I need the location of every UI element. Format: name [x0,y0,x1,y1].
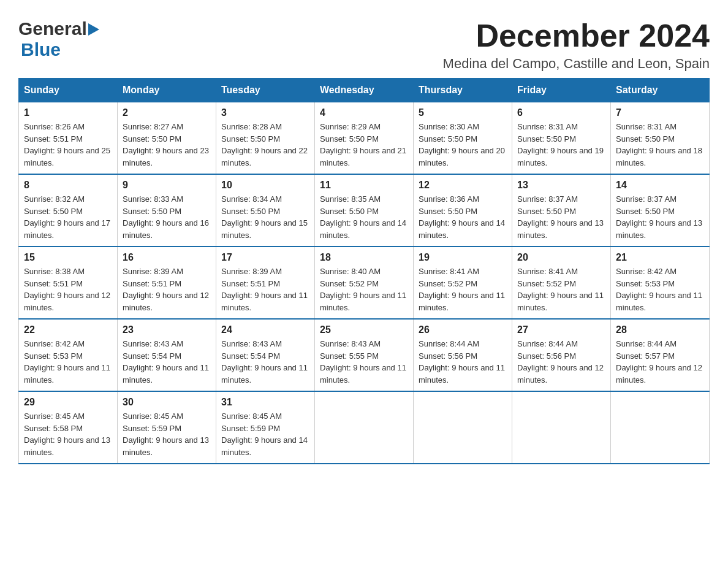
day-number: 14 [616,180,704,191]
week-row-4: 22 Sunrise: 8:42 AMSunset: 5:53 PMDaylig… [19,319,710,391]
day-number: 6 [517,107,605,118]
day-number: 9 [123,180,211,191]
logo: General Blue [18,18,102,60]
calendar-table: SundayMondayTuesdayWednesdayThursdayFrid… [18,78,710,464]
week-row-2: 8 Sunrise: 8:32 AMSunset: 5:50 PMDayligh… [19,174,710,247]
day-info: Sunrise: 8:38 AMSunset: 5:51 PMDaylight:… [24,267,110,312]
logo-triangle-icon [88,23,102,37]
calendar-cell: 30 Sunrise: 8:45 AMSunset: 5:59 PMDaylig… [118,391,216,464]
day-number: 20 [517,252,605,263]
day-info: Sunrise: 8:37 AMSunset: 5:50 PMDaylight:… [616,194,702,240]
page-header: General Blue December 2024 Medina del Ca… [18,18,710,72]
day-info: Sunrise: 8:31 AMSunset: 5:50 PMDaylight:… [517,122,604,167]
calendar-cell: 14 Sunrise: 8:37 AMSunset: 5:50 PMDaylig… [611,174,710,247]
day-number: 28 [616,324,704,335]
day-number: 25 [320,324,408,335]
calendar-cell: 6 Sunrise: 8:31 AMSunset: 5:50 PMDayligh… [512,102,611,175]
day-info: Sunrise: 8:39 AMSunset: 5:51 PMDaylight:… [123,267,209,312]
day-info: Sunrise: 8:41 AMSunset: 5:52 PMDaylight:… [419,267,505,312]
calendar-cell: 12 Sunrise: 8:36 AMSunset: 5:50 PMDaylig… [414,174,512,247]
day-number: 19 [419,252,507,263]
day-info: Sunrise: 8:32 AMSunset: 5:50 PMDaylight:… [24,194,110,240]
calendar-cell: 13 Sunrise: 8:37 AMSunset: 5:50 PMDaylig… [512,174,611,247]
day-info: Sunrise: 8:45 AMSunset: 5:59 PMDaylight:… [221,412,308,457]
calendar-cell: 4 Sunrise: 8:29 AMSunset: 5:50 PMDayligh… [315,102,414,175]
day-info: Sunrise: 8:39 AMSunset: 5:51 PMDaylight:… [221,267,308,312]
day-info: Sunrise: 8:45 AMSunset: 5:58 PMDaylight:… [24,412,110,457]
logo-general-text: General [18,18,87,39]
day-number: 30 [123,397,211,408]
calendar-cell: 25 Sunrise: 8:43 AMSunset: 5:55 PMDaylig… [315,319,414,391]
calendar-cell: 3 Sunrise: 8:28 AMSunset: 5:50 PMDayligh… [216,102,315,175]
calendar-cell: 7 Sunrise: 8:31 AMSunset: 5:50 PMDayligh… [611,102,710,175]
day-info: Sunrise: 8:41 AMSunset: 5:52 PMDaylight:… [517,267,604,312]
svg-marker-0 [88,23,99,36]
weekday-tuesday: Tuesday [216,79,315,102]
calendar-cell: 27 Sunrise: 8:44 AMSunset: 5:56 PMDaylig… [512,319,611,391]
weekday-header-row: SundayMondayTuesdayWednesdayThursdayFrid… [19,79,710,102]
weekday-friday: Friday [512,79,611,102]
day-info: Sunrise: 8:44 AMSunset: 5:57 PMDaylight:… [616,339,702,385]
calendar-cell: 31 Sunrise: 8:45 AMSunset: 5:59 PMDaylig… [216,391,315,464]
day-number: 22 [24,324,112,335]
calendar-cell: 23 Sunrise: 8:43 AMSunset: 5:54 PMDaylig… [118,319,216,391]
calendar-cell: 21 Sunrise: 8:42 AMSunset: 5:53 PMDaylig… [611,247,710,319]
day-number: 31 [221,397,309,408]
calendar-cell: 26 Sunrise: 8:44 AMSunset: 5:56 PMDaylig… [414,319,512,391]
day-info: Sunrise: 8:27 AMSunset: 5:50 PMDaylight:… [123,122,209,167]
day-info: Sunrise: 8:26 AMSunset: 5:51 PMDaylight:… [24,122,110,167]
calendar-cell: 11 Sunrise: 8:35 AMSunset: 5:50 PMDaylig… [315,174,414,247]
logo-blue-text: Blue [21,39,61,59]
day-info: Sunrise: 8:37 AMSunset: 5:50 PMDaylight:… [517,194,604,240]
location-title: Medina del Campo, Castille and Leon, Spa… [443,56,710,72]
weekday-saturday: Saturday [611,79,710,102]
day-info: Sunrise: 8:44 AMSunset: 5:56 PMDaylight:… [419,339,505,385]
calendar-cell: 10 Sunrise: 8:34 AMSunset: 5:50 PMDaylig… [216,174,315,247]
week-row-5: 29 Sunrise: 8:45 AMSunset: 5:58 PMDaylig… [19,391,710,464]
calendar-cell: 2 Sunrise: 8:27 AMSunset: 5:50 PMDayligh… [118,102,216,175]
calendar-cell [611,391,710,464]
day-number: 23 [123,324,211,335]
calendar-cell: 18 Sunrise: 8:40 AMSunset: 5:52 PMDaylig… [315,247,414,319]
calendar-cell [512,391,611,464]
day-number: 10 [221,180,309,191]
calendar-cell: 29 Sunrise: 8:45 AMSunset: 5:58 PMDaylig… [19,391,118,464]
day-number: 16 [123,252,211,263]
calendar-cell [414,391,512,464]
calendar-cell: 20 Sunrise: 8:41 AMSunset: 5:52 PMDaylig… [512,247,611,319]
day-info: Sunrise: 8:36 AMSunset: 5:50 PMDaylight:… [419,194,505,240]
day-number: 12 [419,180,507,191]
calendar-cell: 17 Sunrise: 8:39 AMSunset: 5:51 PMDaylig… [216,247,315,319]
calendar-cell: 28 Sunrise: 8:44 AMSunset: 5:57 PMDaylig… [611,319,710,391]
week-row-1: 1 Sunrise: 8:26 AMSunset: 5:51 PMDayligh… [19,102,710,175]
day-number: 8 [24,180,112,191]
weekday-thursday: Thursday [414,79,512,102]
day-number: 29 [24,397,112,408]
title-area: December 2024 Medina del Campo, Castille… [443,18,710,72]
day-info: Sunrise: 8:34 AMSunset: 5:50 PMDaylight:… [221,194,308,240]
calendar-cell: 15 Sunrise: 8:38 AMSunset: 5:51 PMDaylig… [19,247,118,319]
day-number: 2 [123,107,211,118]
day-number: 13 [517,180,605,191]
weekday-sunday: Sunday [19,79,118,102]
day-info: Sunrise: 8:29 AMSunset: 5:50 PMDaylight:… [320,122,406,167]
day-number: 5 [419,107,507,118]
calendar-cell: 9 Sunrise: 8:33 AMSunset: 5:50 PMDayligh… [118,174,216,247]
weekday-wednesday: Wednesday [315,79,414,102]
day-number: 24 [221,324,309,335]
day-number: 17 [221,252,309,263]
day-number: 26 [419,324,507,335]
day-info: Sunrise: 8:43 AMSunset: 5:54 PMDaylight:… [123,339,209,385]
day-info: Sunrise: 8:33 AMSunset: 5:50 PMDaylight:… [123,194,209,240]
weekday-monday: Monday [118,79,216,102]
calendar-cell: 5 Sunrise: 8:30 AMSunset: 5:50 PMDayligh… [414,102,512,175]
day-info: Sunrise: 8:43 AMSunset: 5:55 PMDaylight:… [320,339,406,385]
week-row-3: 15 Sunrise: 8:38 AMSunset: 5:51 PMDaylig… [19,247,710,319]
day-number: 7 [616,107,704,118]
day-number: 18 [320,252,408,263]
day-info: Sunrise: 8:42 AMSunset: 5:53 PMDaylight:… [616,267,702,312]
day-info: Sunrise: 8:44 AMSunset: 5:56 PMDaylight:… [517,339,604,385]
month-title: December 2024 [443,18,710,53]
day-info: Sunrise: 8:35 AMSunset: 5:50 PMDaylight:… [320,194,406,240]
calendar-cell: 8 Sunrise: 8:32 AMSunset: 5:50 PMDayligh… [19,174,118,247]
